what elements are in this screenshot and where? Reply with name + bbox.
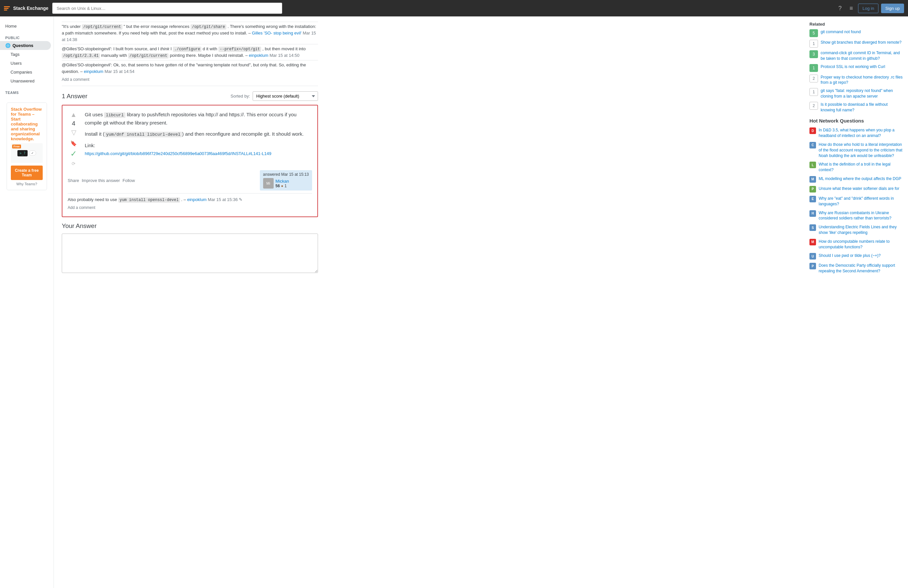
- answer-para-link: Link: https://github.com/git/git/blob/b8…: [85, 142, 312, 157]
- related-link[interactable]: git says "fatal: repository not found" w…: [821, 88, 903, 99]
- answer-comment-1: Also probably need to use yum install op…: [68, 195, 312, 204]
- signup-button[interactable]: Sign up: [881, 3, 904, 13]
- inbox-icon[interactable]: ≡: [847, 3, 856, 13]
- hot-item-icon: U: [810, 253, 816, 259]
- hot-item: H Why are Russian combatants in Ukraine …: [810, 210, 903, 221]
- tags-label: Tags: [11, 52, 19, 57]
- hot-link[interactable]: How do those who hold to a literal inter…: [819, 142, 903, 158]
- hot-link[interactable]: Understanding Electric Fields Lines and …: [819, 224, 903, 235]
- hot-network-items: D In D&D 3.5, what happens when you plop…: [810, 127, 903, 274]
- hot-link[interactable]: Should I use pwd or tilde plus (~+)?: [819, 253, 881, 259]
- answer-para-2: Install it (yum/dnf install libcurl-deve…: [85, 130, 312, 138]
- create-team-button[interactable]: Create a free Team: [11, 166, 43, 180]
- hot-item-icon: P: [810, 186, 816, 192]
- hot-item: P Unsure what these water softener dials…: [810, 186, 903, 192]
- related-score: 1: [810, 40, 818, 48]
- companies-label: Companies: [11, 70, 32, 74]
- related-link[interactable]: command-click git commit ID in Terminal,…: [821, 50, 903, 61]
- vote-up-button[interactable]: ▲: [70, 111, 77, 119]
- related-item: 3 command-click git commit ID in Termina…: [810, 50, 903, 61]
- edit-icon[interactable]: ✎: [239, 197, 242, 202]
- answer-body: Git uses libcurl library to push/fetch r…: [85, 111, 312, 166]
- vote-count: 4: [72, 120, 76, 127]
- teams-card-container: Stack Overflow for Teams – Start collabo…: [3, 98, 51, 194]
- search-input[interactable]: [52, 3, 282, 14]
- sidebar-item-users[interactable]: Users: [0, 59, 51, 68]
- your-answer-section: Your Answer: [62, 222, 318, 274]
- free-badge: Free: [12, 145, 21, 148]
- public-section-label: PUBLIC: [0, 31, 53, 41]
- related-score: 1: [810, 88, 818, 96]
- sidebar-item-companies[interactable]: Companies: [0, 68, 51, 77]
- hot-network-title: Hot Network Questions: [810, 118, 903, 124]
- hot-link[interactable]: Unsure what these water softener dials a…: [819, 186, 899, 192]
- sort-select[interactable]: Highest score (default) Date modified (n…: [253, 91, 318, 101]
- add-answer-comment-link[interactable]: Add a comment: [68, 204, 95, 211]
- why-teams-link[interactable]: Why Teams?: [11, 182, 43, 186]
- related-item: 5 git command not found: [810, 29, 903, 37]
- related-score: 2: [810, 102, 818, 110]
- users-label: Users: [11, 61, 22, 66]
- chat-illustration: ✓: [29, 150, 36, 156]
- hot-link[interactable]: In D&D 3.5, what happens when you plop a…: [819, 127, 903, 139]
- answer-textarea[interactable]: [62, 234, 318, 273]
- related-item: 2 Proper way to checkout home directory …: [810, 74, 903, 86]
- answer-box: ▲ 4 ▽ 🔖 ✓ ⟳ Git uses libcurl library to …: [62, 105, 318, 217]
- sidebar-item-unanswered[interactable]: Unanswered: [0, 77, 51, 85]
- sidebar-item-tags[interactable]: Tags: [0, 50, 51, 59]
- search-container: [52, 3, 282, 14]
- hot-item: U Should I use pwd or tilde plus (~+)?: [810, 253, 903, 259]
- related-link[interactable]: git command not found: [821, 29, 861, 35]
- hot-item-icon: M: [810, 176, 816, 183]
- hot-link[interactable]: Does the Democratic Party officially sup…: [819, 263, 903, 274]
- home-label: Home: [5, 24, 17, 29]
- answer-para-1: Git uses libcurl library to push/fetch r…: [85, 111, 312, 127]
- hot-link[interactable]: Why are Russian combatants in Ukraine co…: [819, 210, 903, 221]
- related-section: Related 5 git command not found 1 Show g…: [810, 22, 903, 113]
- related-link[interactable]: Show git branches that diverged from rem…: [821, 40, 902, 45]
- related-items: 5 git command not found 1 Show git branc…: [810, 29, 903, 113]
- related-link[interactable]: Is it possible to download a file withou…: [821, 102, 903, 113]
- hot-item: P Does the Democratic Party officially s…: [810, 263, 903, 274]
- rep-score: 56: [275, 184, 280, 188]
- related-link[interactable]: Protocol SSL is not working with Curl: [821, 64, 885, 70]
- vote-column: ▲ 4 ▽ 🔖 ✓ ⟳: [68, 111, 79, 166]
- logo[interactable]: Stack Exchange: [4, 6, 48, 11]
- help-icon[interactable]: ?: [836, 3, 844, 13]
- related-score: 2: [810, 74, 818, 82]
- hot-link[interactable]: ML modelling where the output affects th…: [819, 176, 901, 182]
- hot-link[interactable]: How do uncomputable numbers relate to un…: [819, 239, 903, 250]
- related-score: 3: [810, 50, 818, 58]
- hot-item: C How do those who hold to a literal int…: [810, 142, 903, 158]
- answered-time: answered Mar 15 at 15:13: [263, 172, 309, 177]
- follow-button[interactable]: Follow: [122, 178, 135, 183]
- hot-link[interactable]: What is the definition of a troll in the…: [819, 162, 903, 173]
- share-button[interactable]: Share: [68, 178, 79, 183]
- related-item: 2 Is it possible to download a file with…: [810, 102, 903, 113]
- topbar: Stack Exchange ? ≡ Log in Sign up: [0, 0, 908, 16]
- hot-item-icon: S: [810, 224, 816, 231]
- main-content: "It's under /opt/git/current " but the e…: [54, 16, 323, 279]
- bookmark-icon[interactable]: 🔖: [70, 140, 77, 147]
- your-answer-title: Your Answer: [62, 222, 318, 230]
- history-icon[interactable]: ⟳: [72, 161, 76, 166]
- login-button[interactable]: Log in: [858, 3, 878, 13]
- vote-down-button[interactable]: ▽: [71, 129, 77, 136]
- right-sidebar: Related 5 git command not found 1 Show g…: [810, 16, 908, 279]
- comment-1: "It's under /opt/git/current " but the e…: [62, 22, 318, 44]
- hot-link[interactable]: Why are "eat" and "drink" different word…: [819, 196, 903, 207]
- sort-by-container: Sorted by: Highest score (default) Date …: [230, 91, 318, 101]
- add-comment-link[interactable]: Add a comment: [62, 76, 89, 83]
- action-links: Share Improve this answer Follow: [68, 178, 135, 183]
- related-link[interactable]: Proper way to checkout home directory .r…: [821, 74, 903, 86]
- improve-button[interactable]: Improve this answer: [82, 178, 120, 183]
- topbar-actions: ? ≡ Log in Sign up: [836, 3, 904, 13]
- sidebar-item-home[interactable]: Home: [0, 22, 51, 31]
- answerer-name[interactable]: Mickan: [275, 179, 289, 184]
- related-item: 1 Show git branches that diverged from r…: [810, 40, 903, 48]
- hot-item: L What is the definition of a troll in t…: [810, 162, 903, 173]
- sidebar-item-questions[interactable]: 🌐 Questions: [0, 41, 51, 50]
- terminal-illustration: >_?: [18, 150, 27, 156]
- answer-comments: Also probably need to use yum install op…: [68, 193, 312, 211]
- answer-link[interactable]: https://github.com/git/git/blob/b896f729…: [85, 151, 271, 156]
